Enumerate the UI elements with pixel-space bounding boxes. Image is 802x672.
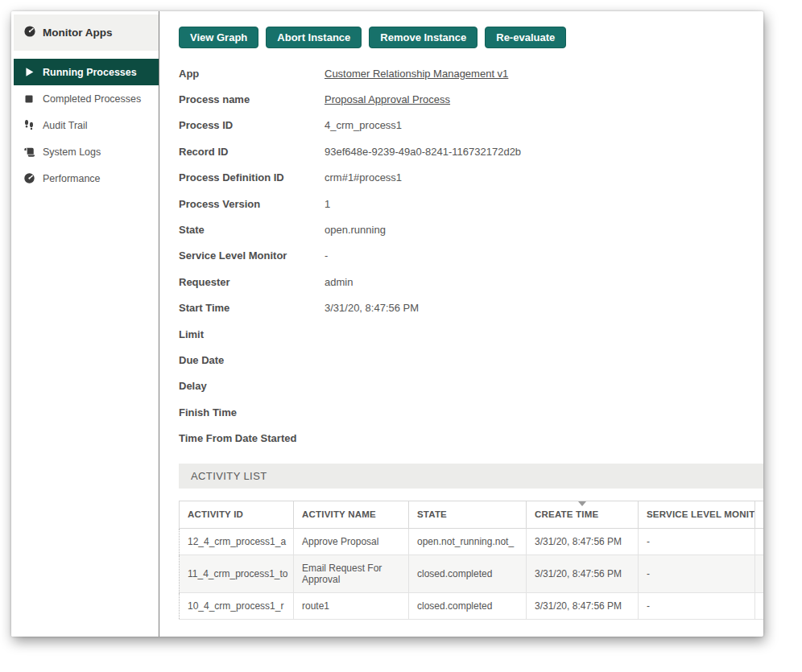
footprints-icon [23,119,35,131]
monitor-window: Monitor Apps Running Processes Completed… [11,11,763,637]
column-header-service-level-monitor[interactable]: SERVICE LEVEL MONITOR [639,501,755,528]
detail-label: Process Definition ID [179,171,325,183]
cell-clipped [755,555,764,592]
sidebar-header: Monitor Apps [14,14,159,51]
sidebar-item-label: System Logs [43,146,101,158]
play-icon [23,67,35,77]
detail-value: 93ef648e-9239-49a0-8241-116732172d2b [325,146,521,158]
cell-service-level-monitor: - [639,592,755,619]
sidebar-item-audit-trail[interactable]: Audit Trail [14,112,159,138]
cell-create-time: 3/31/20, 8:47:56 PM [527,528,639,555]
cell-clipped [755,528,764,555]
detail-label: Finish Time [179,406,325,418]
detail-row-service-level-monitor: Service Level Monitor - [179,243,763,269]
sidebar-item-label: Audit Trail [43,120,88,131]
main-panel: View Graph Abort Instance Remove Instanc… [159,11,763,637]
sidebar-item-completed-processes[interactable]: Completed Processes [14,85,159,112]
column-header-clipped [755,501,764,528]
detail-row-limit: Limit [179,321,763,347]
activity-table: ACTIVITY ID ACTIVITY NAME STATE CREATE T… [179,501,763,620]
app-link[interactable]: Customer Relationship Management v1 [325,68,508,80]
cell-activity-id: 11_4_crm_process1_to [180,555,294,592]
toolbar: View Graph Abort Instance Remove Instanc… [179,27,763,48]
column-header-state[interactable]: STATE [409,501,527,528]
detail-row-state: State open.running [179,216,763,242]
cell-service-level-monitor: - [639,555,755,592]
column-header-activity-name[interactable]: ACTIVITY NAME [294,501,409,528]
detail-label: Delay [179,380,325,392]
detail-value: 1 [325,198,330,210]
cell-state: closed.completed [409,555,527,592]
gauge-icon [23,172,35,184]
sidebar-item-performance[interactable]: Performance [14,165,159,192]
detail-row-process-name: Process name Proposal Approval Process [179,86,763,112]
sidebar-item-system-logs[interactable]: System Logs [14,138,159,165]
sidebar: Monitor Apps Running Processes Completed… [11,11,159,637]
cell-create-time: 3/31/20, 8:47:56 PM [527,555,639,592]
detail-label: Process ID [179,119,325,131]
detail-row-delay: Delay [179,373,763,399]
cell-activity-name: route1 [294,592,409,619]
stop-icon [23,94,35,104]
detail-label: App [179,68,325,80]
column-header-create-time[interactable]: CREATE TIME [527,501,639,528]
cell-service-level-monitor: - [639,528,755,555]
sidebar-menu: Running Processes Completed Processes Au… [11,59,159,192]
process-details: App Customer Relationship Management v1 … [179,60,763,451]
detail-label: State [179,224,325,236]
detail-row-app: App Customer Relationship Management v1 [179,60,763,86]
detail-label: Process Version [179,198,325,210]
re-evaluate-button[interactable]: Re-evaluate [485,27,566,48]
column-header-activity-id[interactable]: ACTIVITY ID [180,501,294,528]
remove-instance-button[interactable]: Remove Instance [369,27,477,48]
detail-value: 4_crm_process1 [325,119,402,131]
detail-row-process-version: Process Version 1 [179,191,763,216]
cell-activity-name: Approve Proposal [294,528,409,555]
cell-activity-id: 12_4_crm_process1_a [180,528,294,555]
detail-row-record-id: Record ID 93ef648e-9239-49a0-8241-116732… [179,138,763,164]
scroll-icon [23,146,35,158]
cell-activity-name: Email Request For Approval [294,555,409,592]
cell-clipped [755,592,764,619]
sort-caret-icon [578,501,586,506]
detail-label: Time From Date Started [179,432,325,444]
activity-list-header: ACTIVITY LIST [179,464,763,489]
process-name-link[interactable]: Proposal Approval Process [325,93,450,105]
detail-row-time-from-date-started: Time From Date Started [179,425,763,451]
activity-row[interactable]: 10_4_crm_process1_r route1 closed.comple… [180,592,764,619]
activity-list-title: ACTIVITY LIST [191,470,267,482]
detail-value: - [325,249,328,262]
detail-label: Process name [179,93,325,105]
activity-row[interactable]: 12_4_crm_process1_a Approve Proposal ope… [180,528,764,555]
sidebar-item-label: Performance [43,173,101,184]
gauge-icon [23,25,36,40]
detail-value: open.running [325,224,386,236]
detail-label: Requester [179,276,325,288]
detail-label: Start Time [179,302,325,314]
cell-state: open.not_running.not_ [409,528,527,555]
detail-row-finish-time: Finish Time [179,399,763,425]
activity-row[interactable]: 11_4_crm_process1_to Email Request For A… [180,555,764,592]
detail-row-requester: Requester admin [179,269,763,295]
detail-label: Service Level Monitor [179,249,325,262]
detail-value: crm#1#process1 [325,171,402,183]
detail-label: Record ID [179,146,325,158]
sidebar-item-label: Running Processes [43,67,137,78]
sidebar-title: Monitor Apps [43,27,112,39]
detail-row-start-time: Start Time 3/31/20, 8:47:56 PM [179,295,763,321]
table-header-row: ACTIVITY ID ACTIVITY NAME STATE CREATE T… [180,501,764,528]
sidebar-item-label: Completed Processes [43,93,141,105]
cell-state: closed.completed [409,592,527,619]
detail-row-due-date: Due Date [179,347,763,373]
detail-label: Due Date [179,354,325,366]
abort-instance-button[interactable]: Abort Instance [266,27,362,48]
detail-value: admin [325,276,353,288]
detail-row-process-definition-id: Process Definition ID crm#1#process1 [179,165,763,191]
view-graph-button[interactable]: View Graph [179,27,258,48]
activity-table-container: ACTIVITY ID ACTIVITY NAME STATE CREATE T… [179,501,763,620]
cell-create-time: 3/31/20, 8:47:56 PM [527,592,639,619]
detail-row-process-id: Process ID 4_crm_process1 [179,113,763,138]
sidebar-item-running-processes[interactable]: Running Processes [14,59,159,85]
detail-value: 3/31/20, 8:47:56 PM [325,302,419,314]
cell-activity-id: 10_4_crm_process1_r [180,592,294,619]
